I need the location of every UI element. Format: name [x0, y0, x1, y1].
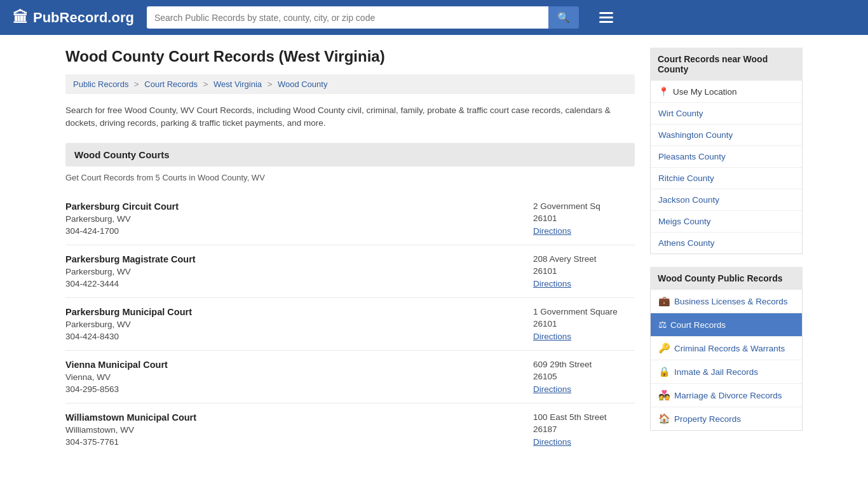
- public-records-link[interactable]: 🏠 Property Records: [651, 407, 802, 430]
- nearby-list-item[interactable]: Wirt County: [651, 103, 802, 125]
- public-records-link[interactable]: 💼 Business Licenses & Records: [651, 290, 802, 313]
- court-left: Parkersburg Municipal Court Parkersburg,…: [65, 307, 520, 341]
- court-right: 1 Government Square 26101 Directions: [520, 307, 635, 341]
- court-name: Vienna Municipal Court: [65, 360, 520, 370]
- court-entry: Williamstown Municipal Court Williamstow…: [65, 403, 635, 456]
- location-icon: 📍: [658, 86, 669, 97]
- nearby-list: 📍 Use My LocationWirt CountyWashington C…: [650, 81, 803, 254]
- court-zip: 26105: [533, 372, 635, 381]
- court-entry: Parkersburg Circuit Court Parkersburg, W…: [65, 193, 635, 245]
- nearby-county-link[interactable]: Ritchie County: [651, 168, 802, 189]
- public-records-list-item[interactable]: 💑 Marriage & Divorce Records: [651, 384, 802, 407]
- page-description: Search for free Wood County, WV Court Re…: [65, 104, 635, 130]
- public-records-list: 💼 Business Licenses & Records⚖ Court Rec…: [650, 290, 803, 431]
- court-left: Parkersburg Magistrate Court Parkersburg…: [65, 254, 520, 288]
- breadcrumb-public-records[interactable]: Public Records: [73, 79, 128, 89]
- nearby-section-title: Court Records near Wood County: [650, 48, 803, 81]
- breadcrumb-sep-1: >: [134, 79, 139, 89]
- court-address: 100 East 5th Street: [533, 412, 635, 422]
- menu-button[interactable]: [597, 10, 616, 25]
- court-city: Parkersburg, WV: [65, 267, 520, 276]
- public-records-list-item[interactable]: 🔑 Criminal Records & Warrants: [651, 337, 802, 360]
- directions-link[interactable]: Directions: [533, 226, 571, 236]
- nearby-list-item[interactable]: 📍 Use My Location: [651, 81, 802, 103]
- public-records-list-item[interactable]: 💼 Business Licenses & Records: [651, 290, 802, 313]
- court-city: Vienna, WV: [65, 372, 520, 382]
- court-name: Parkersburg Magistrate Court: [65, 254, 520, 264]
- court-phone: 304-375-7761: [65, 437, 520, 447]
- public-records-link[interactable]: 🔒 Inmate & Jail Records: [651, 360, 802, 383]
- court-city: Williamstown, WV: [65, 425, 520, 435]
- breadcrumb-west-virginia[interactable]: West Virginia: [214, 79, 262, 89]
- court-zip: 26101: [533, 319, 635, 329]
- directions-link[interactable]: Directions: [533, 279, 571, 288]
- nearby-list-item[interactable]: Jackson County: [651, 189, 802, 211]
- nearby-list-item[interactable]: Washington County: [651, 125, 802, 146]
- breadcrumb-court-records[interactable]: Court Records: [144, 79, 198, 89]
- court-right: 2 Government Sq 26101 Directions: [520, 201, 635, 236]
- nearby-list-item[interactable]: Pleasants County: [651, 146, 802, 168]
- courts-count: Get Court Records from 5 Courts in Wood …: [65, 173, 635, 182]
- nearby-county-link[interactable]: Athens County: [651, 233, 802, 254]
- nearby-list-item[interactable]: Meigs County: [651, 211, 802, 233]
- nearby-county-link[interactable]: Jackson County: [651, 189, 802, 210]
- directions-link[interactable]: Directions: [533, 332, 571, 341]
- court-entry: Parkersburg Municipal Court Parkersburg,…: [65, 298, 635, 351]
- public-records-list-item[interactable]: ⚖ Court Records: [651, 313, 802, 337]
- site-header: 🏛 PubRecord.org 🔍: [0, 0, 868, 35]
- court-address: 2 Government Sq: [533, 201, 635, 211]
- nearby-county-link[interactable]: Pleasants County: [651, 146, 802, 167]
- public-records-link[interactable]: 🔑 Criminal Records & Warrants: [651, 337, 802, 360]
- court-right: 609 29th Street 26105 Directions: [520, 360, 635, 394]
- court-phone: 304-422-3444: [65, 279, 520, 288]
- court-phone: 304-424-1700: [65, 226, 520, 236]
- breadcrumb-sep-2: >: [203, 79, 208, 89]
- record-type-icon: 💼: [658, 295, 670, 307]
- nearby-county-link[interactable]: Washington County: [651, 125, 802, 146]
- record-type-icon: 🔑: [658, 342, 670, 354]
- court-left: Williamstown Municipal Court Williamstow…: [65, 412, 520, 447]
- court-name: Parkersburg Circuit Court: [65, 201, 520, 212]
- court-address: 1 Government Square: [533, 307, 635, 316]
- search-container: 🔍: [147, 6, 579, 29]
- public-records-list-item[interactable]: 🏠 Property Records: [651, 407, 802, 430]
- public-records-section-title: Wood County Public Records: [650, 267, 803, 290]
- nearby-list-item[interactable]: Ritchie County: [651, 168, 802, 189]
- nearby-list-item[interactable]: Athens County: [651, 233, 802, 254]
- court-name: Parkersburg Municipal Court: [65, 307, 520, 317]
- court-zip: 26101: [533, 266, 635, 276]
- use-location-link[interactable]: 📍 Use My Location: [651, 81, 802, 102]
- record-type-icon: 🔒: [658, 366, 670, 377]
- logo-icon: 🏛: [13, 9, 28, 27]
- sidebar: Court Records near Wood County 📍 Use My …: [650, 48, 803, 456]
- court-entry: Vienna Municipal Court Vienna, WV 304-29…: [65, 351, 635, 403]
- court-address: 208 Avery Street: [533, 254, 635, 264]
- nearby-county-link[interactable]: Wirt County: [651, 103, 802, 124]
- search-input[interactable]: [147, 6, 548, 29]
- directions-link[interactable]: Directions: [533, 384, 571, 394]
- court-right: 208 Avery Street 26101 Directions: [520, 254, 635, 288]
- court-entry: Parkersburg Magistrate Court Parkersburg…: [65, 245, 635, 298]
- public-records-link[interactable]: 💑 Marriage & Divorce Records: [651, 384, 802, 407]
- search-button[interactable]: 🔍: [548, 6, 579, 29]
- court-address: 609 29th Street: [533, 360, 635, 369]
- site-logo[interactable]: 🏛 PubRecord.org: [13, 9, 134, 27]
- court-left: Vienna Municipal Court Vienna, WV 304-29…: [65, 360, 520, 394]
- courts-list: Parkersburg Circuit Court Parkersburg, W…: [65, 193, 635, 456]
- content-area: Wood County Court Records (West Virginia…: [65, 48, 635, 456]
- court-zip: 26187: [533, 424, 635, 434]
- main-container: Wood County Court Records (West Virginia…: [53, 35, 815, 468]
- breadcrumb-wood-county[interactable]: Wood County: [278, 79, 328, 89]
- breadcrumb-sep-3: >: [268, 79, 273, 89]
- record-type-icon: 🏠: [658, 413, 670, 424]
- directions-link[interactable]: Directions: [533, 437, 571, 447]
- court-right: 100 East 5th Street 26187 Directions: [520, 412, 635, 447]
- courts-section-header: Wood County Courts: [65, 143, 635, 166]
- breadcrumb: Public Records > Court Records > West Vi…: [65, 74, 635, 94]
- public-records-list-item[interactable]: 🔒 Inmate & Jail Records: [651, 360, 802, 384]
- nearby-county-link[interactable]: Meigs County: [651, 211, 802, 232]
- logo-text: PubRecord.org: [33, 10, 134, 26]
- court-phone: 304-295-8563: [65, 384, 520, 394]
- public-records-link[interactable]: ⚖ Court Records: [651, 313, 802, 336]
- court-phone: 304-424-8430: [65, 332, 520, 341]
